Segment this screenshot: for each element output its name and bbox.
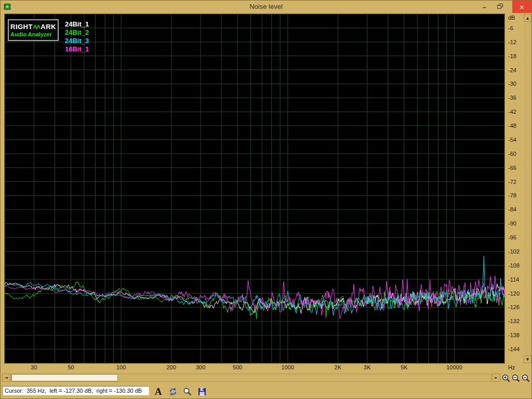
font-icon: A [155,386,162,397]
zoom-tool-button[interactable] [181,385,194,398]
scroll-right-button[interactable]: ► [492,374,500,382]
x-axis-label: 300 [196,364,205,370]
x-axis-label: 50 [68,364,74,370]
x-axis-label: 500 [233,364,242,370]
horizontal-scroll-track[interactable] [11,374,491,382]
restore-button[interactable] [492,1,508,13]
restore-icon [497,5,502,9]
x-axis-labels: 305010020030050010002K3K5K10000 [5,364,504,371]
window-title: Noise level [1,1,531,13]
save-button[interactable] [195,385,208,398]
x-axis-label: 3K [364,364,370,370]
x-axis-label: 2K [335,364,341,370]
y-axis-label: -132 [508,318,520,324]
close-button[interactable]: × [512,1,531,13]
scroll-left-button[interactable]: ◄ [2,374,10,382]
zoom-reset-button[interactable] [521,374,530,382]
vertical-scrollbar: ▲ ▼ [524,14,531,363]
horizontal-scroll-thumb[interactable] [11,374,118,381]
x-axis-label: 100 [116,364,126,370]
y-axis-label: -108 [508,262,520,269]
titlebar-spacer [508,1,512,13]
zoom-reset-icon [522,374,530,382]
y-axis-label: -18 [508,53,516,59]
y-axis-label: -6 [508,25,513,31]
noise-level-window: Noise level – × RIGHT ARK Audio Analyzer… [0,0,532,399]
y-axis-label: -102 [508,248,520,255]
y-axis-label: -114 [508,276,519,283]
y-axis-label: -90 [508,220,516,227]
y-axis-label: -36 [508,95,516,101]
refresh-icon [168,387,178,396]
zoom-in-icon [502,374,510,382]
y-axis-label: -72 [508,179,516,185]
vertical-scroll-track[interactable] [524,22,531,355]
scroll-down-button[interactable]: ▼ [524,355,531,363]
x-axis-label: 1000 [282,364,294,370]
y-axis-label: -54 [508,137,516,143]
y-axis-unit: dB [508,15,515,21]
y-axis-label: -138 [508,332,520,338]
y-axis-label: -66 [508,165,516,171]
y-axis-label: -60 [508,151,516,157]
y-axis-label: -30 [508,81,516,87]
y-axis-label: -126 [508,304,520,310]
scroll-up-button[interactable]: ▲ [524,14,531,22]
font-button[interactable]: A [152,385,165,398]
zoom-in-button[interactable] [501,374,510,382]
zoom-out-icon [512,374,520,382]
x-axis-label: 30 [31,364,37,370]
x-axis-label: 10000 [446,364,462,370]
magnifier-icon [183,387,192,396]
noise-spectrum-chart[interactable] [5,14,504,363]
minimize-button[interactable]: – [476,1,492,13]
y-axis-label: -96 [508,234,516,241]
y-axis-label: -24 [508,67,516,73]
y-axis-label: -12 [508,39,516,45]
y-axis-label: -144 [508,346,520,352]
x-axis-unit: Hz [508,364,515,370]
y-axis-label: -120 [508,290,520,297]
statusbar: Cursor: 355 Hz, left = -127.30 dB, right… [1,384,531,399]
refresh-button[interactable] [166,385,179,398]
y-axis-label: -42 [508,109,516,115]
x-axis-label: 5K [401,364,407,370]
y-axis-label: -84 [508,206,516,212]
save-icon [197,387,207,396]
y-axis-label: -48 [508,123,516,129]
x-axis-label: 200 [166,364,176,370]
cursor-status: Cursor: 355 Hz, left = -127.30 dB, right… [2,386,149,395]
y-axis-labels: dB-6-12-18-24-30-36-42-48-54-60-66-72-78… [507,14,523,363]
titlebar: Noise level – × [1,1,531,13]
y-axis-label: -78 [508,192,516,198]
zoom-out-button[interactable] [511,374,520,382]
